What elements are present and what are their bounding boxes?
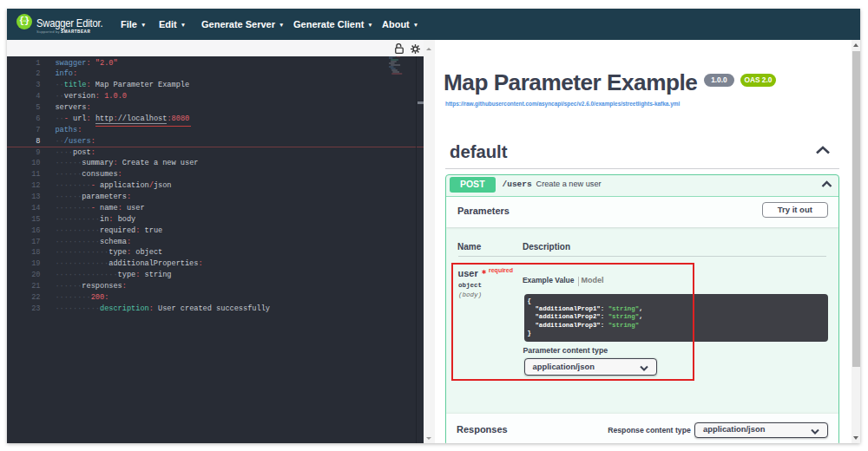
svg-text:}: }	[24, 16, 30, 26]
